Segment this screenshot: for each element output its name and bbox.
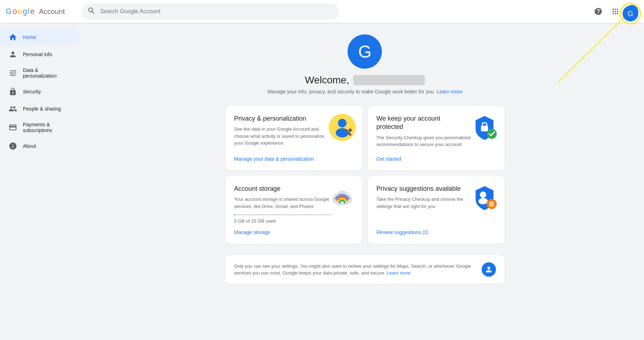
search-icon [87,6,96,17]
app-body: Home Personal info Data & personalizatio… [0,23,644,340]
credit-card-icon [9,123,17,132]
welcome-text: Welcome, [305,74,349,86]
svg-point-2 [336,128,349,137]
svg-point-4 [348,128,352,132]
svg-rect-14 [489,202,494,203]
user-avatar-large: G [348,34,382,69]
welcome-subtitle: Manage your info, privacy, and security … [267,89,462,94]
info-icon [9,142,17,150]
privacy-card-link[interactable]: Manage your data & personalization [234,156,354,162]
header-avatar-button[interactable]: G [625,5,638,18]
storage-bar-container [234,214,354,215]
sidebar-item-home[interactable]: Home [0,29,80,46]
svg-point-11 [480,191,486,198]
storage-bar-track [234,214,332,215]
main-content: G Welcome, Manage your info, privacy, an… [86,23,644,340]
home-icon [9,33,17,42]
sidebar-item-security[interactable]: Security [0,83,80,100]
google-account-logo[interactable]: Google Account [6,7,73,16]
storage-illustration [328,183,357,212]
sidebar-item-about[interactable]: About [0,137,80,155]
security-illustration [470,113,499,142]
learn-more-link[interactable]: Learn more [437,89,462,94]
sidebar-label-personal-info: Personal info [23,52,52,57]
privacy-suggestions-link[interactable]: Review suggestions (2) [377,229,496,235]
storage-label: 0 GB of 15 GB used [234,218,354,224]
tune-icon [9,69,17,77]
google-logo: Google [6,7,35,16]
security-card-link[interactable]: Get started [377,156,496,162]
sidebar-label-people: People & sharing [23,106,61,112]
people-icon [9,105,17,113]
storage-bar-fill [234,214,235,215]
security-card: We keep your account protected The Secur… [368,106,505,170]
footer-learn-more-link[interactable]: Learn more [387,270,411,276]
user-name-placeholder [353,75,425,85]
footer-info: Only you can see your settings. You migh… [226,255,505,284]
welcome-section: G Welcome, Manage your info, privacy, an… [267,34,462,94]
lock-icon [9,87,17,96]
cards-grid: Privacy & personalization See the data i… [226,106,505,244]
sidebar-item-people-sharing[interactable]: People & sharing [0,100,80,117]
welcome-title: Welcome, [305,74,425,86]
svg-rect-16 [489,205,494,207]
privacy-suggestions-illustration [470,183,499,212]
sidebar-label-payments: Payments & subscriptions [23,122,72,133]
search-input[interactable] [100,8,333,15]
apps-button[interactable] [608,4,623,19]
sidebar: Home Personal info Data & personalizatio… [0,23,86,340]
storage-card-link[interactable]: Manage storage [234,229,354,235]
sidebar-item-personal-info[interactable]: Personal info [0,46,80,63]
svg-rect-5 [481,126,488,131]
svg-point-6 [487,129,497,139]
person-icon [9,50,17,59]
footer-info-text: Only you can see your settings. You migh… [234,263,476,277]
sidebar-item-payments[interactable]: Payments & subscriptions [0,117,80,137]
privacy-illustration [328,113,357,142]
help-button[interactable] [591,4,605,19]
search-bar [82,4,339,20]
sidebar-label-data: Data & personalization [23,67,72,79]
header-account-label: Account [39,8,65,16]
sidebar-label-home: Home [23,34,36,40]
svg-point-1 [338,119,346,127]
sidebar-label-security: Security [23,89,41,94]
header-actions: G [591,4,638,19]
sidebar-label-about: About [23,143,36,149]
svg-rect-15 [489,204,494,205]
footer-avatar [482,262,496,277]
sidebar-item-data-personalization[interactable]: Data & personalization [0,63,80,83]
storage-card: Account storage Your account storage is … [226,176,362,244]
privacy-card: Privacy & personalization See the data i… [226,106,362,170]
header: Google Account G [0,0,644,23]
svg-point-12 [478,198,488,204]
privacy-suggestions-card: Privacy suggestions available Take the P… [368,176,505,244]
